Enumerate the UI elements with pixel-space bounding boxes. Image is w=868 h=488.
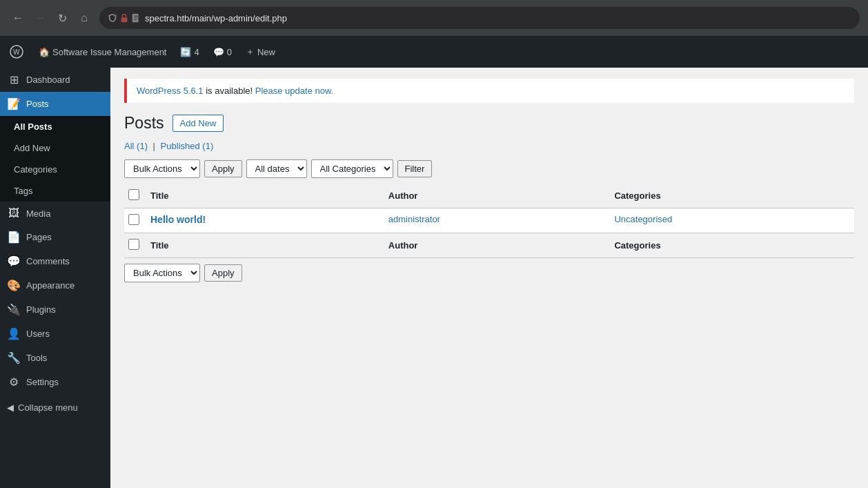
forward-button[interactable]: → (30, 8, 50, 28)
home-icon: 🏠 (39, 47, 50, 57)
tools-icon: 🔧 (7, 351, 21, 364)
row-checkbox[interactable] (128, 214, 139, 225)
category-filter-select[interactable]: All Categories (311, 159, 393, 178)
sidebar-item-tools[interactable]: 🔧 Tools (0, 346, 110, 370)
sidebar-item-dashboard[interactable]: ⊞ Dashboard (0, 68, 110, 92)
updates-icon: 🔄 (180, 47, 191, 57)
settings-icon: ⚙ (7, 375, 21, 389)
sidebar-item-media[interactable]: 🖼 Media (0, 202, 110, 225)
categories-column-header[interactable]: Categories (607, 184, 854, 208)
author-column-header[interactable]: Author (382, 184, 608, 208)
apply-button-bottom[interactable]: Apply (204, 264, 242, 282)
post-title-link[interactable]: Hello world! (150, 214, 206, 225)
apply-button-top[interactable]: Apply (204, 160, 242, 177)
svg-text:W: W (13, 48, 20, 56)
wp-update-notice: WordPress 5.6.1 is available! Please upd… (124, 79, 854, 103)
posts-toolbar-top: Bulk Actions Apply All dates All Categor… (110, 157, 868, 184)
comments-count: 0 (227, 47, 232, 57)
users-icon: 👤 (7, 327, 21, 340)
svg-rect-0 (121, 17, 128, 22)
comments-icon: 💬 (213, 47, 224, 57)
all-filter-tab[interactable]: All (1) (124, 141, 148, 151)
address-bar[interactable]: spectra.htb/main/wp-admin/edit.php (99, 7, 860, 29)
new-label: New (257, 47, 275, 57)
sidebar-item-tags[interactable]: Tags (0, 180, 110, 202)
dashboard-icon: ⊞ (7, 73, 21, 86)
collapse-menu-button[interactable]: ◀ Collapse menu (0, 394, 110, 421)
sidebar-item-users[interactable]: 👤 Users (0, 322, 110, 346)
post-author-link[interactable]: administrator (388, 214, 440, 224)
back-button[interactable]: ← (8, 8, 28, 28)
pages-icon: 📄 (7, 231, 21, 244)
wp-sidebar: ⊞ Dashboard 📝 Posts All Posts Add New Ca… (0, 68, 110, 488)
comments-menu-icon: 💬 (7, 255, 21, 268)
filter-tabs: All (1) | Published (1) (110, 141, 868, 157)
wp-content: WordPress 5.6.1 is available! Please upd… (110, 68, 868, 488)
select-all-header (124, 184, 144, 208)
row-checkbox-cell (124, 208, 144, 233)
sidebar-item-all-posts[interactable]: All Posts (0, 116, 110, 137)
categories-label: Categories (14, 164, 57, 175)
sidebar-item-comments-label: Comments (26, 256, 70, 266)
sidebar-item-appearance-label: Appearance (26, 280, 75, 291)
post-author-cell: administrator (382, 208, 608, 233)
bulk-actions-select-bottom[interactable]: Bulk Actions (124, 264, 200, 282)
add-new-button[interactable]: Add New (172, 115, 224, 132)
plugins-icon: 🔌 (7, 303, 21, 316)
appearance-icon: 🎨 (7, 279, 21, 292)
site-name-bar-item[interactable]: 🏠 Software Issue Management (33, 36, 172, 68)
collapse-icon: ◀ (7, 402, 14, 413)
sidebar-item-posts[interactable]: 📝 Posts (0, 92, 110, 116)
author-footer-header[interactable]: Author (382, 233, 608, 258)
plus-icon: ＋ (246, 46, 255, 58)
wp-version-link[interactable]: WordPress 5.6.1 (137, 86, 204, 96)
filter-button[interactable]: Filter (397, 160, 433, 177)
home-button[interactable]: ⌂ (75, 8, 94, 28)
reload-button[interactable]: ↻ (52, 8, 72, 28)
page-title: Posts (124, 114, 164, 133)
select-all-checkbox[interactable] (128, 189, 139, 200)
published-filter-tab[interactable]: Published (1) (161, 141, 214, 151)
sidebar-item-pages[interactable]: 📄 Pages (0, 225, 110, 249)
all-posts-label: All Posts (14, 121, 52, 132)
sidebar-item-plugins-label: Plugins (26, 304, 56, 315)
sidebar-item-plugins[interactable]: 🔌 Plugins (0, 297, 110, 322)
sidebar-item-appearance[interactable]: 🎨 Appearance (0, 273, 110, 297)
add-new-sub-label: Add New (14, 143, 50, 153)
table-footer-row: Title Author Categories (124, 233, 854, 258)
sidebar-item-categories[interactable]: Categories (0, 159, 110, 180)
categories-footer-header[interactable]: Categories (607, 233, 854, 258)
new-bar-item[interactable]: ＋ New (240, 36, 281, 68)
select-all-footer-checkbox[interactable] (128, 239, 139, 250)
sidebar-item-pages-label: Pages (26, 232, 52, 242)
post-title-cell: Hello world! (144, 208, 382, 233)
browser-nav-buttons: ← → ↻ ⌂ (8, 8, 94, 28)
select-all-footer (124, 233, 144, 258)
posts-toolbar-bottom: Bulk Actions Apply (110, 258, 868, 288)
sidebar-item-dashboard-label: Dashboard (26, 75, 70, 85)
title-footer-header[interactable]: Title (144, 233, 382, 258)
table-row: Hello world! administrator Uncategorised (124, 208, 854, 233)
bulk-actions-select-top[interactable]: Bulk Actions (124, 159, 200, 178)
posts-icon: 📝 (7, 97, 21, 110)
updates-count: 4 (194, 47, 199, 57)
page-icon (131, 13, 141, 23)
comments-bar-item[interactable]: 💬 0 (208, 36, 237, 68)
sidebar-item-add-new[interactable]: Add New (0, 137, 110, 159)
page-header: Posts Add New (110, 108, 868, 141)
update-link[interactable]: Please update now. (255, 86, 333, 96)
sidebar-item-comments[interactable]: 💬 Comments (0, 249, 110, 273)
post-category-link[interactable]: Uncategorised (614, 214, 672, 224)
title-column-header[interactable]: Title (144, 184, 382, 208)
url-text: spectra.htb/main/wp-admin/edit.php (145, 13, 287, 23)
wp-logo[interactable]: W (6, 41, 28, 63)
media-icon: 🖼 (7, 207, 21, 219)
collapse-label: Collapse menu (18, 402, 78, 413)
posts-submenu: All Posts Add New Categories Tags (0, 116, 110, 202)
updates-bar-item[interactable]: 🔄 4 (175, 36, 204, 68)
sidebar-item-posts-label: Posts (26, 99, 49, 109)
sidebar-item-settings[interactable]: ⚙ Settings (0, 370, 110, 394)
date-filter-select[interactable]: All dates (246, 159, 307, 178)
sidebar-item-settings-label: Settings (26, 377, 59, 387)
posts-table: Title Author Categories Hello world! (124, 184, 854, 258)
